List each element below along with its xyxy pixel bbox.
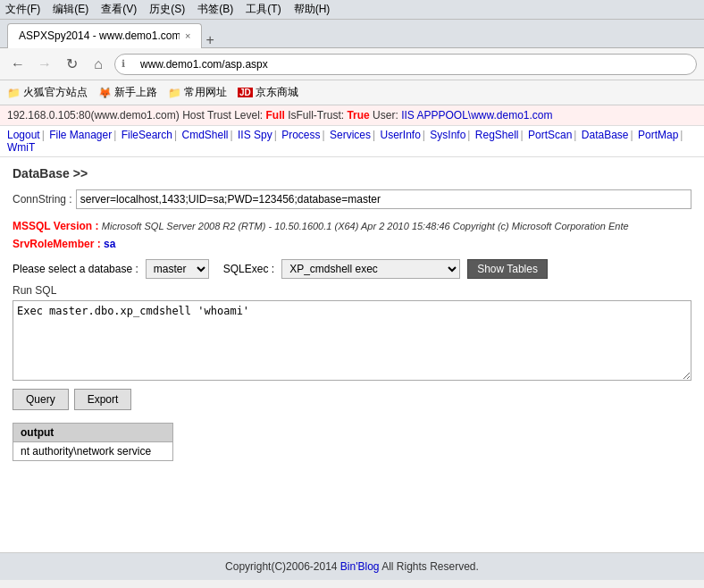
nav-iispy[interactable]: IIS Spy <box>238 129 272 141</box>
sqlexec-select[interactable]: XP_cmdshell exec sp_oacreate exec SQL ex… <box>281 259 460 279</box>
menu-bookmarks[interactable]: 书签(B) <box>197 2 233 17</box>
nav-process[interactable]: Process <box>281 129 320 141</box>
nav-portmap[interactable]: PortMap <box>638 129 678 141</box>
ip-host: 192.168.0.105:80(www.demo1.com) <box>7 109 180 122</box>
jd-icon: JD <box>238 88 253 97</box>
mssql-val: Microsoft SQL Server 2008 R2 (RTM) - 10.… <box>102 221 629 231</box>
nav-logout[interactable]: Logout <box>7 129 40 141</box>
nav-userinfo[interactable]: UserInfo <box>380 129 420 141</box>
isfull-trust-label: IsFull-Trust: <box>288 109 344 122</box>
run-sql-label: Run SQL <box>13 284 691 297</box>
table-row: nt authority\network service <box>13 442 173 461</box>
conn-label: ConnString : <box>13 193 72 206</box>
output-row-value: nt authority\network service <box>13 442 173 461</box>
srvrole-label: SrvRoleMember : <box>13 238 101 250</box>
nav-database[interactable]: DataBase <box>582 129 629 141</box>
menu-tools[interactable]: 工具(T) <box>246 2 281 17</box>
back-button[interactable]: ← <box>7 54 29 75</box>
bookmark-huhu[interactable]: 📁 火狐官方站点 <box>7 85 88 100</box>
lock-icon: ℹ <box>122 58 125 70</box>
show-tables-button[interactable]: Show Tables <box>467 259 548 279</box>
footer-link[interactable]: Bin'Blog <box>340 560 380 573</box>
bookmark-common-url-label: 常用网址 <box>184 85 227 100</box>
nav-portscan[interactable]: PortScan <box>528 129 572 141</box>
bookmark-new-user[interactable]: 🦊 新手上路 <box>98 85 157 100</box>
menu-edit[interactable]: 编辑(E) <box>53 2 88 17</box>
menu-help[interactable]: 帮助(H) <box>294 2 331 17</box>
tab-close-btn[interactable]: × <box>185 30 190 41</box>
nav-regshell[interactable]: RegShell <box>475 129 519 141</box>
host-trust-label: Host Trust Level: <box>182 109 263 122</box>
address-bar[interactable] <box>114 54 697 75</box>
sql-textarea[interactable]: Exec master.dbo.xp_cmdshell 'whoami' <box>13 300 691 381</box>
nav-filesearch[interactable]: FileSearch <box>122 129 172 141</box>
mssql-label: MSSQL Version : <box>13 220 98 232</box>
nav-sysinfo[interactable]: SysInfo <box>430 129 465 141</box>
bookmark-new-user-label: 新手上路 <box>114 85 157 100</box>
nav-services[interactable]: Services <box>330 129 371 141</box>
srvrole-row: SrvRoleMember : sa <box>13 238 691 250</box>
export-button[interactable]: Export <box>74 389 132 410</box>
output-col-header: output <box>13 424 173 442</box>
menu-view[interactable]: 查看(V) <box>101 2 137 17</box>
refresh-button[interactable]: ↻ <box>61 54 82 75</box>
home-button[interactable]: ⌂ <box>88 54 109 75</box>
conn-string-input[interactable] <box>76 189 691 209</box>
bookmark-jd[interactable]: JD 京东商城 <box>238 85 298 100</box>
tab-title: ASPXSpy2014 - www.demo1.com <box>19 29 180 42</box>
bookmark-common-url[interactable]: 📁 常用网址 <box>168 85 227 100</box>
srvrole-val: sa <box>104 238 115 250</box>
folder-icon2: 📁 <box>168 87 181 99</box>
footer: Copyright(C)2006-2014 Bin'Blog All Right… <box>0 552 704 580</box>
nav-filemanager[interactable]: File Manager <box>49 129 112 141</box>
user-val: IIS APPPOOL\www.demo1.com <box>401 109 552 122</box>
db-select-label: Please select a database : <box>13 263 138 275</box>
footer-copyright: Copyright(C)2006-2014 <box>225 560 340 573</box>
nav-links: Logout| File Manager| FileSearch| CmdShe… <box>0 126 704 157</box>
nav-wmit[interactable]: WmiT <box>7 141 35 154</box>
bookmark-huhu-label: 火狐官方站点 <box>23 85 88 100</box>
true-label: True <box>347 109 369 122</box>
menu-file[interactable]: 文件(F) <box>5 2 40 17</box>
output-table: output nt authority\network service <box>13 423 173 461</box>
mssql-version-row: MSSQL Version : Microsoft SQL Server 200… <box>13 220 691 232</box>
sqlexec-label: SQLExec : <box>223 263 274 275</box>
forward-button[interactable]: → <box>34 54 55 75</box>
db-select[interactable]: master tempdb model msdb <box>146 259 209 279</box>
folder-icon: 📁 <box>7 87 21 99</box>
nav-cmdshell[interactable]: CmdShell <box>182 129 229 141</box>
bookmark-jd-label: 京东商城 <box>256 85 298 100</box>
user-label: User: <box>373 109 398 122</box>
firefox-icon: 🦊 <box>98 87 112 99</box>
query-button[interactable]: Query <box>13 389 69 410</box>
active-tab[interactable]: ASPXSpy2014 - www.demo1.com × <box>7 23 202 48</box>
status-bar: 192.168.0.105:80(www.demo1.com) Host Tru… <box>0 105 704 126</box>
footer-suffix: All Rights Reserved. <box>380 560 479 573</box>
menu-history[interactable]: 历史(S) <box>149 2 185 17</box>
new-tab-button[interactable]: + <box>205 32 214 48</box>
full-label: Full <box>266 109 285 122</box>
page-title: DataBase >> <box>13 166 691 181</box>
